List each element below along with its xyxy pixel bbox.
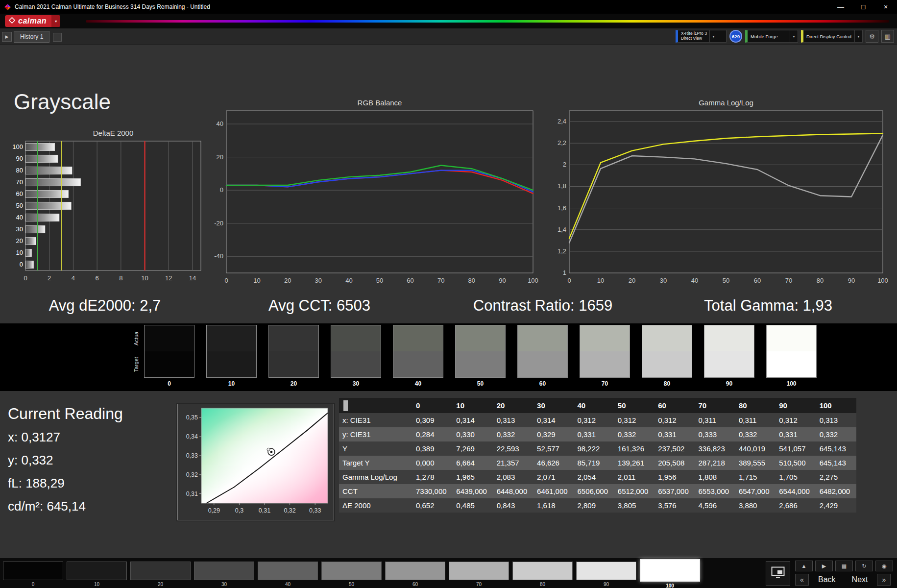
table-row: Target Y0,0006,66421,35746,62685,719139,… — [339, 456, 856, 470]
pattern-patch-label: 0 — [32, 582, 35, 587]
table-cell: 6,664 — [453, 459, 493, 467]
table-cell: 6482,000 — [816, 487, 856, 495]
maximize-button[interactable]: □ — [852, 0, 874, 14]
pattern-patch-swatch[interactable] — [512, 562, 573, 580]
pattern-patch-60[interactable]: 60 — [385, 562, 445, 588]
pattern-patch-70[interactable]: 70 — [449, 562, 509, 588]
pattern-window-button[interactable] — [766, 561, 790, 586]
svg-text:70: 70 — [16, 178, 23, 186]
table-cell: 3,880 — [735, 501, 776, 510]
svg-text:1,6: 1,6 — [558, 204, 566, 212]
pattern-patch-swatch[interactable] — [385, 562, 445, 580]
cie-chromaticity-chart: 0,350,340,330,320,310,290,30,310,320,33 — [178, 404, 333, 518]
pattern-patch-swatch[interactable] — [258, 562, 318, 580]
table-cell: 1,705 — [776, 473, 816, 481]
svg-text:30: 30 — [315, 277, 322, 284]
pattern-patch-swatch[interactable] — [3, 562, 63, 580]
pattern-patch-swatch[interactable] — [640, 559, 700, 582]
pattern-patch-100[interactable]: 100 — [640, 562, 700, 588]
pattern-patch-swatch[interactable] — [67, 562, 127, 580]
pattern-patch-80[interactable]: 80 — [512, 562, 573, 588]
reading-cdm2: cd/m²: 645,14 — [8, 499, 123, 514]
cie-chart-panel: 0,350,340,330,320,310,290,30,310,320,33 — [177, 404, 334, 520]
close-button[interactable]: × — [874, 0, 897, 14]
swatch-actual-half — [393, 325, 443, 351]
spectrum-strip — [86, 20, 889, 23]
history-panel-expander-button[interactable]: ▶ — [2, 32, 12, 42]
swatch-0: 0 — [144, 325, 194, 387]
svg-text:1: 1 — [563, 269, 566, 276]
swatch-actual-half — [269, 325, 318, 351]
swatch-90: 90 — [704, 325, 754, 387]
table-cell: 0,311 — [735, 416, 776, 424]
pattern-patch-swatch[interactable] — [321, 562, 382, 580]
source-select-dropdown[interactable]: Mobile Forge ▼ — [745, 30, 798, 43]
pattern-patch-40[interactable]: 40 — [258, 562, 318, 588]
pattern-patch-swatch[interactable] — [130, 562, 191, 580]
pattern-patch-swatch[interactable] — [194, 562, 254, 580]
svg-text:30: 30 — [16, 225, 23, 233]
meter-count-badge[interactable]: 629 — [729, 30, 742, 43]
swatch-patch — [642, 325, 692, 378]
pattern-patch-20[interactable]: 20 — [130, 562, 191, 588]
svg-text:0,33: 0,33 — [186, 452, 198, 459]
table-row: Y0,3897,26922,59352,57798,222161,326237,… — [339, 441, 856, 456]
svg-text:2,2: 2,2 — [558, 139, 566, 147]
table-cell: 6512,000 — [614, 487, 655, 495]
tab-history-1[interactable]: History 1 — [14, 31, 49, 43]
pattern-patch-30[interactable]: 30 — [194, 562, 254, 588]
calman-logo-menu[interactable]: calman ▼ — [5, 15, 60, 27]
table-cell: 46,626 — [533, 459, 574, 467]
next-button[interactable]: Next — [845, 575, 875, 584]
swatch-actual-half — [518, 325, 567, 351]
sync-button[interactable]: ↻ — [855, 561, 873, 571]
svg-text:0,35: 0,35 — [186, 414, 198, 421]
display-icon — [771, 566, 785, 580]
display-control-dropdown[interactable]: Direct Display Control ▼ — [801, 30, 863, 43]
table-cell: 0,312 — [655, 416, 695, 424]
pattern-patch-10[interactable]: 10 — [67, 562, 127, 588]
reading-fl: fL: 188,29 — [8, 476, 123, 491]
back-button[interactable]: Back — [811, 575, 843, 584]
power-button[interactable]: ◉ — [875, 561, 893, 571]
table-corner-cell — [339, 400, 412, 411]
table-scrollbar[interactable] — [343, 400, 348, 411]
pattern-patch-swatch[interactable] — [576, 562, 636, 580]
svg-text:14: 14 — [189, 274, 196, 282]
swatch-target-half — [331, 351, 381, 377]
pattern-patch-0[interactable]: 0 — [3, 562, 63, 588]
play-button[interactable]: ▶ — [815, 561, 833, 571]
swatch-80: 80 — [642, 325, 692, 387]
svg-text:DeltaE 2000: DeltaE 2000 — [93, 129, 134, 137]
table-cell: 0,312 — [614, 416, 655, 424]
swatch-actual-half — [207, 325, 256, 351]
logo-dropdown-caret-icon[interactable]: ▼ — [51, 15, 60, 27]
table-column-header: 100 — [816, 401, 856, 410]
pattern-patch-50[interactable]: 50 — [321, 562, 382, 588]
swatch-label: 60 — [539, 380, 546, 387]
table-cell: 98,222 — [574, 444, 614, 453]
settings-gear-button[interactable]: ⚙ — [866, 30, 878, 43]
summary-stat: Avg dE2000: 2,7 — [49, 297, 161, 315]
table-cell: 0,312 — [574, 416, 614, 424]
actual-row-label: Actual — [133, 325, 141, 351]
workspace-layout-button[interactable]: ▥ — [881, 30, 894, 43]
meter-select-dropdown[interactable]: X-Rite i1Pro 3 Direct View ▼ — [676, 30, 727, 43]
swatch-actual-half — [767, 325, 816, 351]
table-cell: 510,500 — [776, 459, 816, 467]
svg-text:20: 20 — [16, 237, 23, 245]
back-fast-button[interactable]: « — [795, 574, 809, 586]
save-button[interactable]: ▦ — [835, 561, 853, 571]
svg-text:6: 6 — [96, 274, 99, 282]
table-cell: 3,576 — [655, 501, 695, 510]
pattern-patch-swatch[interactable] — [449, 562, 509, 580]
pattern-patch-90[interactable]: 90 — [576, 562, 636, 588]
swatch-label: 10 — [228, 380, 235, 387]
double-chevron-left-icon: « — [800, 576, 804, 584]
grayscale-swatch-strip: Actual Target 0102030405060708090100 — [0, 323, 897, 391]
minimize-button[interactable]: — — [829, 0, 852, 14]
table-cell: 0,000 — [412, 459, 453, 467]
eject-button[interactable]: ▲ — [795, 561, 813, 571]
next-fast-button[interactable]: » — [877, 574, 891, 586]
tab-options-button[interactable] — [53, 33, 62, 42]
